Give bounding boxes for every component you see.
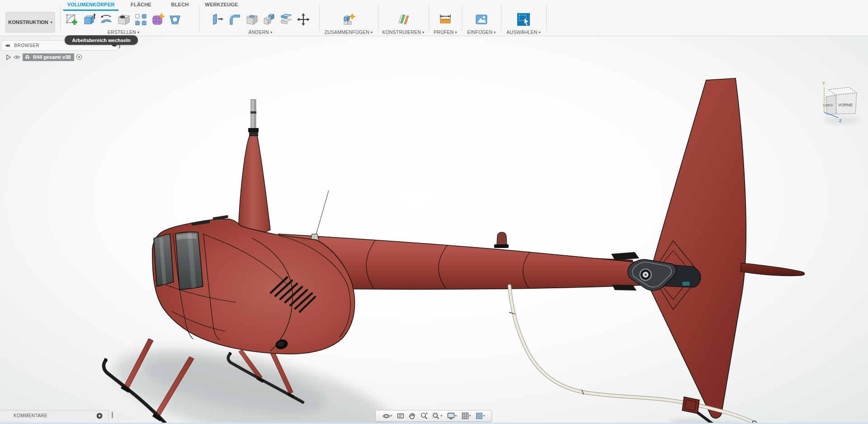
navigation-toolbar: ▾ ▾ ▾ — [375, 410, 492, 422]
add-comment-icon[interactable] — [96, 413, 103, 419]
hole-button[interactable] — [115, 11, 132, 28]
group-aendern: ÄNDERN ▾ — [202, 11, 319, 36]
move-icon — [297, 13, 310, 26]
group-auswaehlen: AUSWÄHLEN ▾ — [502, 11, 545, 36]
zoom-window-button[interactable]: ▾ — [432, 411, 442, 421]
move-button[interactable] — [295, 11, 312, 28]
group-pruefen: PRÜFEN ▾ — [429, 11, 461, 36]
antenna[interactable] — [311, 191, 329, 242]
combine-button[interactable] — [260, 11, 278, 28]
workspace-switcher-label: KONSTRUKTION — [8, 19, 48, 25]
stabilizer-right[interactable] — [741, 263, 805, 276]
chevron-down-icon: ▾ — [469, 414, 471, 418]
create-form-icon — [151, 13, 165, 26]
group-label-einfuegen[interactable]: EINFÜGEN ▾ — [467, 29, 495, 36]
fillet-icon — [228, 13, 241, 26]
rotor-mast[interactable] — [238, 100, 270, 234]
separator — [462, 5, 462, 32]
rectangular-pattern-icon — [134, 13, 147, 26]
measure-button[interactable] — [437, 11, 454, 28]
tab-volumenkoerper[interactable]: VOLUMENKÖRPER — [63, 2, 118, 9]
group-label-erstellen[interactable]: ERSTELLEN ▾ — [108, 29, 139, 36]
collapse-panel-icon[interactable]: ◀◀ — [5, 43, 9, 48]
expand-arrow-icon[interactable] — [5, 54, 11, 60]
com0ments-panel-title: KOMMENTARE — [14, 413, 47, 418]
group-label-aendern[interactable]: ÄNDERN ▾ — [249, 29, 273, 36]
browser-panel-title: BROWSER — [14, 43, 39, 48]
activate-component-icon[interactable] — [76, 54, 82, 60]
pan-button[interactable] — [409, 411, 415, 421]
tail-fin[interactable] — [648, 78, 746, 418]
rectangular-pattern-button[interactable] — [132, 11, 149, 28]
create-form-button[interactable] — [149, 11, 166, 28]
construction-plane-button[interactable] — [395, 11, 412, 28]
chevron-down-icon: ▾ — [270, 30, 272, 34]
grid-display-button[interactable]: ▾ — [462, 411, 471, 421]
group-label-zusammenfuegen[interactable]: ZUSAMMENFÜGEN ▾ — [325, 29, 373, 36]
zoom-button[interactable] — [420, 411, 428, 421]
tab-flaeche[interactable]: FLÄCHE — [127, 2, 155, 9]
viewport-canvas[interactable]: Y Z LINKS VORNE — [0, 36, 868, 424]
select-button[interactable] — [515, 11, 532, 28]
comments-panel-grip[interactable] — [112, 412, 113, 418]
create-sketch-button[interactable] — [63, 11, 80, 28]
beacon[interactable] — [494, 232, 509, 248]
orbit-button[interactable]: ▾ — [382, 411, 392, 421]
view-cube[interactable]: Y Z LINKS VORNE — [809, 75, 868, 127]
group-einfuegen: EINFÜGEN ▾ — [463, 11, 500, 36]
chevron-down-icon: ▾ — [371, 30, 373, 34]
display-settings-button[interactable]: ▾ — [447, 411, 457, 421]
emboss-button[interactable] — [166, 11, 184, 28]
grid-icon — [462, 412, 469, 419]
group-label-pruefen[interactable]: PRÜFEN ▾ — [434, 29, 457, 36]
revolve-button[interactable] — [98, 11, 115, 28]
insert-image-icon — [475, 13, 488, 26]
press-pull-button[interactable] — [209, 11, 226, 28]
split-body-icon — [279, 13, 293, 26]
chevron-down-icon: ▾ — [422, 30, 424, 34]
extrude-button[interactable] — [80, 11, 98, 28]
create-sketch-icon — [65, 13, 79, 26]
split-body-button[interactable] — [278, 11, 295, 28]
shell-button[interactable] — [243, 11, 260, 28]
separator — [199, 5, 199, 32]
separator — [429, 5, 429, 32]
tab-blech[interactable]: BLECH — [166, 2, 193, 9]
look-at-button[interactable] — [397, 411, 404, 421]
emboss-icon — [168, 13, 182, 26]
helicopter-model[interactable] — [0, 36, 868, 424]
press-pull-icon — [211, 13, 224, 26]
separator — [501, 5, 501, 32]
chevron-down-icon: ▾ — [494, 30, 495, 34]
visibility-eye-icon[interactable] — [13, 54, 21, 60]
construction-plane-icon — [396, 13, 410, 26]
chevron-down-icon: ▾ — [455, 414, 457, 418]
viewcube-front-label: VORNE — [838, 103, 853, 107]
insert-image-button[interactable] — [473, 11, 490, 28]
hole-icon — [117, 13, 130, 26]
z-axis-label: Z — [839, 119, 842, 123]
browser-root-item[interactable]: R44 gesamt v38 — [23, 53, 74, 61]
browser-root-row: R44 gesamt v38 — [5, 52, 82, 62]
chevron-down-icon: ▾ — [391, 414, 392, 418]
group-konstruieren: KONSTRUIEREN ▾ — [379, 11, 428, 36]
chevron-down-icon: ▾ — [539, 30, 541, 34]
look-at-icon — [397, 413, 404, 419]
new-component-icon — [341, 13, 356, 26]
group-label-konstruieren[interactable]: KONSTRUIEREN ▾ — [382, 29, 424, 36]
tab-werkzeuge[interactable]: WERKZEUGE — [203, 2, 240, 9]
viewcube-left-label: LINKS — [823, 103, 833, 107]
revolve-icon — [99, 13, 113, 26]
new-component-button[interactable] — [340, 11, 357, 28]
chevron-down-icon: ▾ — [137, 30, 139, 34]
group-label-auswaehlen[interactable]: AUSWÄHLEN ▾ — [506, 29, 541, 36]
select-icon — [516, 12, 531, 27]
zoom-window-icon — [432, 412, 440, 419]
viewports-button[interactable]: ▾ — [476, 411, 485, 421]
pan-hand-icon — [409, 412, 415, 419]
separator — [319, 5, 320, 32]
component-icon — [24, 54, 31, 60]
separator — [546, 5, 547, 32]
comments-panel: KOMMENTARE — [0, 410, 109, 421]
fillet-button[interactable] — [226, 11, 243, 28]
